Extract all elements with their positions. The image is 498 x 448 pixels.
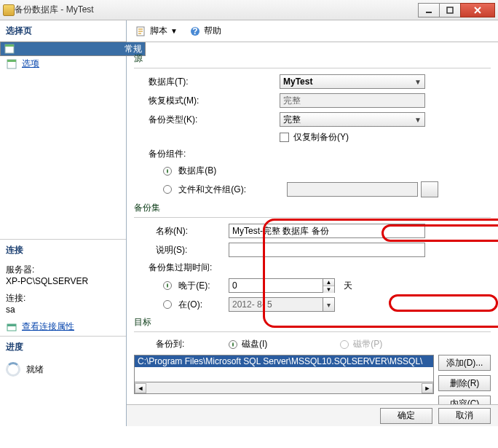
component-filegroup-label: 文件和文件组(G): [178, 184, 246, 194]
cancel-button[interactable]: 取消 [438, 408, 491, 424]
minimize-button[interactable] [418, 3, 440, 17]
component-database-label: 数据库(B) [178, 165, 216, 176]
description-input[interactable] [229, 243, 425, 257]
expire-after-input[interactable] [229, 278, 323, 293]
svg-rect-1 [447, 7, 453, 13]
status-text: 就绪 [26, 363, 44, 376]
close-button[interactable] [460, 3, 495, 17]
maximize-button[interactable] [439, 3, 461, 17]
connection-header: 连接 [0, 239, 126, 261]
script-icon [135, 25, 147, 37]
contents-button[interactable]: 内容(C) [438, 396, 491, 404]
chevron-down-icon: ▼ [414, 116, 422, 124]
component-filegroup-radio[interactable] [163, 185, 172, 194]
progress-header: 进度 [0, 336, 126, 358]
component-database-radio[interactable] [163, 167, 172, 176]
svg-rect-5 [5, 44, 14, 47]
backupset-group-label: 备份集 [134, 202, 491, 214]
window-title: 备份数据库 - MyTest [15, 4, 419, 16]
backup-type-label: 备份类型(K): [134, 114, 280, 126]
database-select[interactable]: MyTest ▼ [280, 74, 425, 89]
expire-on-label: 在(O): [178, 299, 202, 310]
server-label: 服务器: [6, 264, 120, 276]
filegroup-browse-button[interactable] [421, 181, 438, 197]
expire-after-unit: 天 [344, 280, 352, 292]
remove-button[interactable]: 删除(R) [438, 375, 491, 391]
filegroup-field [287, 182, 418, 197]
select-page-header: 选择页 [0, 20, 126, 42]
horizontal-scrollbar[interactable]: ◄ ► [134, 382, 434, 394]
window-controls [419, 3, 495, 17]
dialog-footer: 确定 取消 [127, 404, 498, 426]
main-panel: 脚本 ▼ ? 帮助 源 数据库(T): MyTest ▼ 恢复模式(M): [127, 20, 498, 426]
description-label: 说明(S): [134, 244, 229, 256]
backup-type-select[interactable]: 完整 ▼ [280, 112, 425, 127]
name-label: 名称(N): [134, 225, 229, 237]
page-icon [4, 43, 15, 55]
tape-label: 磁带(P) [353, 338, 382, 350]
backup-type-value: 完整 [283, 114, 301, 126]
properties-icon [6, 321, 17, 333]
expire-after-spinner[interactable]: ▲▼ [323, 278, 335, 293]
destination-item[interactable]: C:\Program Files\Microsoft SQL Server\MS… [135, 355, 433, 367]
connection-label: 连接: [6, 292, 120, 304]
expire-label: 备份集过期时间: [134, 262, 280, 274]
database-label: 数据库(T): [134, 76, 280, 88]
database-icon [3, 4, 15, 16]
help-button[interactable]: ? 帮助 [185, 23, 226, 39]
sidebar-item-label: 选项 [22, 58, 39, 70]
backup-name-input[interactable] [229, 224, 425, 238]
copy-only-checkbox[interactable] [280, 133, 289, 142]
expire-on-radio[interactable] [163, 300, 172, 309]
svg-rect-9 [7, 324, 16, 326]
sidebar-item-general[interactable]: 常规 [0, 42, 146, 56]
server-value: XP-PC\SQLSERVER [6, 276, 120, 286]
view-connection-properties-link[interactable]: 查看连接属性 [22, 321, 74, 333]
scroll-left-icon[interactable]: ◄ [135, 383, 146, 393]
expire-after-radio[interactable] [163, 281, 172, 290]
disk-label: 磁盘(I) [242, 338, 267, 350]
disk-radio[interactable] [229, 340, 237, 349]
destination-group-label: 目标 [134, 316, 491, 329]
scroll-right-icon[interactable]: ► [422, 383, 433, 393]
connection-value: sa [6, 304, 120, 315]
script-button[interactable]: 脚本 ▼ [131, 23, 182, 39]
backup-to-label: 备份到: [134, 338, 229, 350]
tape-radio [340, 340, 349, 349]
add-button[interactable]: 添加(D)... [438, 355, 491, 371]
sidebar: 选择页 常规 选项 连接 服务器: XP-PC\SQLSERVER 连接: sa… [0, 20, 127, 426]
svg-text:?: ? [192, 26, 197, 36]
ok-button[interactable]: 确定 [380, 408, 432, 424]
sidebar-item-options[interactable]: 选项 [0, 56, 126, 71]
copy-only-label: 仅复制备份(Y) [293, 131, 349, 144]
expire-after-label: 晚于(E): [178, 280, 210, 291]
source-group-label: 源 [134, 52, 491, 65]
svg-rect-7 [7, 60, 16, 62]
dropdown-arrow-icon: ▼ [170, 27, 178, 35]
script-label: 脚本 [150, 25, 167, 37]
titlebar: 备份数据库 - MyTest [0, 0, 498, 20]
recovery-model-field [280, 93, 425, 108]
date-picker-button[interactable]: ▾ [323, 297, 335, 312]
page-icon [6, 58, 17, 70]
backup-component-label: 备份组件: [134, 148, 280, 160]
spinner-icon [6, 362, 20, 377]
toolbar: 脚本 ▼ ? 帮助 [127, 20, 498, 42]
expire-on-date [229, 297, 323, 312]
destination-list[interactable]: C:\Program Files\Microsoft SQL Server\MS… [134, 355, 434, 382]
database-select-value: MyTest [283, 76, 312, 87]
chevron-down-icon: ▼ [414, 78, 422, 86]
chevron-down-icon: ▾ [327, 301, 331, 309]
recovery-model-label: 恢复模式(M): [134, 95, 280, 107]
help-label: 帮助 [204, 25, 221, 37]
help-icon: ? [189, 25, 201, 37]
